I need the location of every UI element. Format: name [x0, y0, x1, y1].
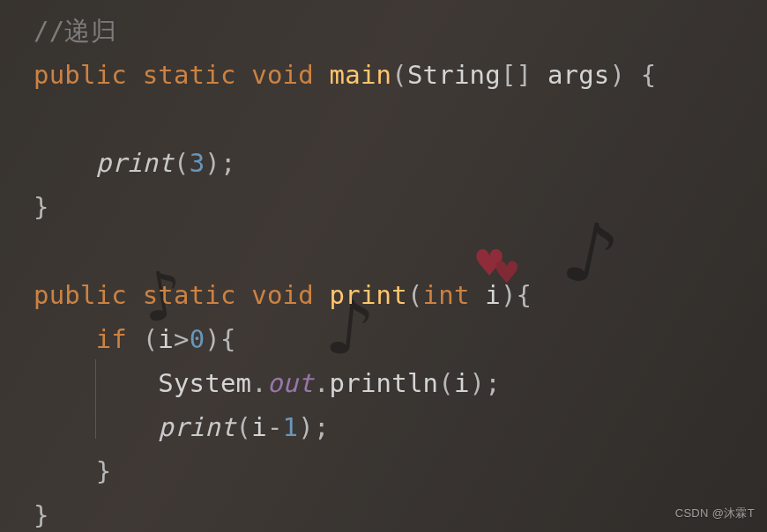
paren-close: ) [610, 60, 626, 90]
method-print: print [330, 280, 407, 310]
brace-open: { [220, 324, 236, 354]
keyword-public: public [34, 60, 127, 90]
field-out: out [267, 368, 314, 398]
literal-1: 1 [283, 412, 299, 442]
param-args: args [547, 60, 610, 90]
paren-open: ( [236, 412, 252, 442]
param-i: i [485, 280, 501, 310]
keyword-public: public [34, 280, 127, 310]
literal-0: 0 [190, 324, 205, 354]
var-i: i [158, 324, 174, 354]
comment: //递归 [34, 16, 116, 46]
watermark-text: CSDN @沐霖T [675, 506, 755, 521]
paren-open: ( [143, 324, 159, 354]
semicolon: ; [485, 368, 501, 398]
brace-close: } [96, 456, 112, 486]
paren-open: ( [407, 280, 423, 310]
method-main: main [330, 60, 392, 90]
keyword-void: void [251, 280, 314, 310]
semicolon: ; [220, 148, 236, 178]
keyword-if: if [96, 324, 127, 354]
semicolon: ; [314, 412, 330, 442]
paren-open: ( [391, 60, 407, 90]
keyword-static: static [143, 60, 236, 90]
paren-open: ( [174, 148, 190, 178]
brace-close: } [34, 192, 49, 222]
paren-close: ) [205, 324, 220, 354]
var-i: i [251, 412, 267, 442]
brace-open: { [641, 60, 657, 90]
paren-close: ) [298, 412, 314, 442]
type-string: String [407, 60, 501, 90]
dot: . [251, 368, 267, 398]
op-minus: - [267, 412, 283, 442]
call-print: print [96, 148, 174, 178]
dot: . [314, 368, 330, 398]
brackets: [] [501, 60, 532, 90]
op-gt: > [174, 324, 190, 354]
paren-close: ) [501, 280, 517, 310]
brace-open: { [517, 280, 532, 310]
paren-close: ) [470, 368, 486, 398]
paren-open: ( [438, 368, 454, 398]
paren-close: ) [205, 148, 220, 178]
call-print: print [158, 412, 235, 442]
class-system: System [158, 368, 251, 398]
var-i: i [454, 368, 470, 398]
keyword-int: int [423, 280, 470, 310]
keyword-void: void [251, 60, 314, 90]
code-editor[interactable]: //递归 public static void main(String[] ar… [0, 0, 767, 532]
literal-3: 3 [190, 148, 205, 178]
brace-close: } [34, 500, 49, 530]
keyword-static: static [143, 280, 236, 310]
call-println: println [330, 368, 439, 398]
